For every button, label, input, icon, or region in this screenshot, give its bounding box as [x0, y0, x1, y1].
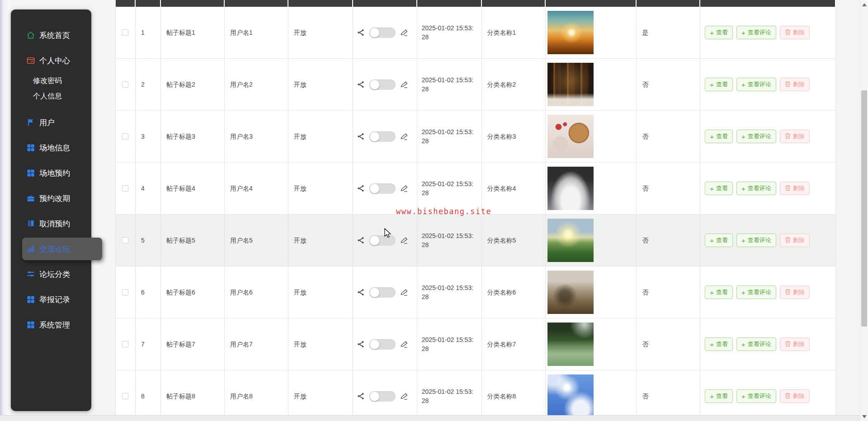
view-button[interactable]: +查看 [705, 78, 733, 91]
sidebar-item-7[interactable]: 预约改期 [11, 186, 91, 211]
edit-pencil-icon[interactable] [401, 393, 408, 400]
row-checkbox[interactable] [122, 185, 128, 192]
edit-pencil-icon[interactable] [401, 81, 408, 88]
status-switch[interactable] [369, 131, 396, 142]
vertical-scrollbar[interactable] [860, 0, 868, 421]
sidebar-item-8[interactable]: 取消预约 [11, 211, 91, 236]
sliders-icon [26, 270, 35, 279]
delete-button[interactable]: 删除 [780, 234, 810, 247]
delete-button[interactable]: 删除 [780, 285, 810, 299]
view-comments-button[interactable]: +查看评论 [736, 234, 776, 247]
view-button[interactable]: +查看 [705, 182, 733, 195]
row-checkbox[interactable] [122, 81, 128, 88]
sidebar-item-6[interactable]: 场地预约 [11, 160, 91, 186]
row-actions: +查看+查看评论删除 [700, 7, 836, 58]
post-image[interactable] [547, 115, 594, 158]
view-button[interactable]: +查看 [705, 26, 733, 39]
view-button[interactable]: +查看 [705, 234, 733, 247]
status-switch[interactable] [369, 287, 396, 298]
status-switch[interactable] [369, 80, 396, 90]
share-icon[interactable] [357, 237, 364, 244]
delete-button[interactable]: 删除 [780, 78, 810, 91]
scrollbar-up-arrow-icon[interactable] [862, 3, 867, 6]
status-switch[interactable] [369, 235, 396, 246]
post-image[interactable] [547, 271, 594, 314]
post-is-top: 否 [637, 59, 700, 110]
edit-pencil-icon[interactable] [401, 289, 408, 296]
view-button[interactable]: +查看 [705, 130, 733, 143]
share-icon[interactable] [357, 185, 364, 192]
sidebar-item-11[interactable]: 举报记录 [11, 287, 91, 312]
post-toggle-cell [353, 163, 417, 214]
delete-button[interactable]: 删除 [780, 337, 810, 351]
sidebar-item-9[interactable]: 交流论坛 [22, 238, 102, 260]
status-switch[interactable] [369, 183, 396, 194]
view-comments-button-label: 查看评论 [748, 28, 771, 37]
horizontal-scrollbar[interactable] [0, 415, 860, 421]
sidebar-subitem-2[interactable]: 修改密码 [11, 73, 91, 89]
view-comments-button[interactable]: +查看评论 [736, 285, 776, 299]
post-status: 开放 [288, 267, 353, 318]
share-icon[interactable] [357, 81, 364, 88]
view-comments-button[interactable]: +查看评论 [736, 26, 776, 39]
post-image[interactable] [547, 63, 594, 106]
grid-icon [26, 320, 35, 329]
row-checkbox[interactable] [122, 133, 128, 140]
plus-icon: + [741, 289, 745, 296]
sidebar-item-5[interactable]: 场地信息 [11, 135, 91, 160]
sidebar-item-label: 场地预约 [39, 168, 70, 178]
post-image[interactable] [547, 167, 594, 210]
view-comments-button[interactable]: +查看评论 [736, 182, 776, 195]
edit-pencil-icon[interactable] [401, 133, 408, 140]
scrollbar-down-arrow-icon[interactable] [862, 415, 867, 418]
delete-button[interactable]: 删除 [780, 26, 810, 39]
share-icon[interactable] [357, 29, 364, 36]
post-image[interactable] [547, 11, 594, 54]
edit-pencil-icon[interactable] [401, 29, 408, 36]
sidebar-item-label: 系统首页 [39, 30, 70, 41]
row-checkbox[interactable] [122, 29, 128, 36]
sidebar-subitem-3[interactable]: 个人信息 [11, 89, 91, 104]
view-button[interactable]: +查看 [705, 337, 733, 351]
sidebar-item-0[interactable]: 系统首页 [11, 23, 91, 48]
plus-icon: + [741, 185, 745, 192]
share-icon[interactable] [357, 393, 364, 400]
view-comments-button[interactable]: +查看评论 [736, 78, 776, 91]
view-comments-button[interactable]: +查看评论 [736, 130, 776, 143]
delete-button-label: 删除 [793, 288, 805, 296]
home-icon [26, 31, 35, 40]
row-checkbox[interactable] [122, 237, 128, 243]
status-switch[interactable] [369, 28, 396, 38]
delete-button[interactable]: 删除 [780, 389, 810, 403]
share-icon[interactable] [357, 289, 364, 296]
delete-button[interactable]: 删除 [780, 182, 810, 195]
post-image[interactable] [547, 323, 594, 366]
share-icon[interactable] [357, 133, 364, 140]
sidebar-item-1[interactable]: 个人中心 [11, 48, 91, 73]
vertical-scrollbar-thumb[interactable] [861, 90, 867, 327]
post-image[interactable] [547, 374, 594, 418]
status-switch[interactable] [369, 391, 396, 402]
post-time: 2025-01-02 15:53:28 [417, 59, 482, 110]
row-checkbox[interactable] [122, 393, 128, 399]
edit-pencil-icon[interactable] [401, 237, 408, 244]
edit-pencil-icon[interactable] [401, 185, 408, 192]
view-comments-button[interactable]: +查看评论 [736, 337, 776, 351]
share-icon[interactable] [357, 341, 364, 348]
edit-pencil-icon[interactable] [401, 341, 408, 348]
sidebar-item-label: 个人信息 [33, 92, 62, 101]
view-button[interactable]: +查看 [705, 285, 733, 299]
sidebar-item-12[interactable]: 系统管理 [11, 312, 91, 337]
sidebar-item-4[interactable]: 用户 [11, 110, 91, 135]
view-button-label: 查看 [716, 236, 728, 244]
view-comments-button[interactable]: +查看评论 [736, 389, 776, 403]
sidebar-item-label: 系统管理 [39, 320, 70, 330]
row-checkbox[interactable] [122, 289, 128, 295]
post-image[interactable] [547, 219, 594, 262]
view-button[interactable]: +查看 [705, 389, 733, 403]
sidebar-item-10[interactable]: 论坛分类 [11, 262, 91, 287]
plus-icon: + [741, 133, 745, 140]
row-checkbox[interactable] [122, 341, 128, 347]
delete-button[interactable]: 删除 [780, 130, 810, 143]
status-switch[interactable] [369, 339, 396, 350]
